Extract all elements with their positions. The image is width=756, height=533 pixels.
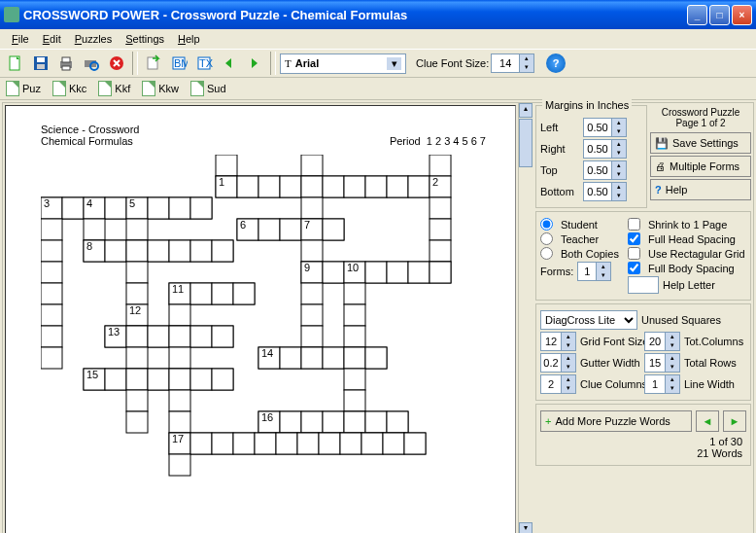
fullbody-checkbox[interactable] [628, 262, 640, 274]
svg-rect-32 [62, 197, 84, 219]
svg-rect-96 [41, 347, 62, 369]
menu-help[interactable]: Help [172, 31, 206, 47]
svg-rect-92 [190, 326, 212, 347]
font-name: Arial [295, 57, 319, 69]
svg-rect-133 [255, 433, 276, 454]
spin-down[interactable]: ▾ [519, 63, 533, 72]
margin-left-spinner[interactable]: ▴▾ [583, 118, 627, 137]
svg-rect-71 [430, 262, 451, 283]
scroll-thumb[interactable] [519, 119, 533, 167]
svg-rect-126 [365, 411, 387, 433]
svg-rect-21 [258, 176, 280, 197]
multiple-forms-button[interactable]: 🖨Multiple Forms [650, 156, 751, 177]
margin-top-spinner[interactable]: ▴▾ [583, 160, 627, 180]
svg-rect-3 [37, 64, 45, 69]
svg-rect-25 [344, 176, 365, 197]
vertical-scrollbar[interactable]: ▴ ▾ [518, 103, 533, 533]
filetype-kkf[interactable]: Kkf [98, 81, 130, 96]
svg-text:15: 15 [86, 369, 98, 380]
help-letter-input[interactable] [628, 276, 659, 294]
save-settings-button[interactable]: 💾Save Settings [650, 132, 751, 154]
student-radio[interactable] [540, 218, 553, 231]
help-button[interactable]: ?Help [650, 179, 751, 200]
export-txt-button[interactable]: TXT [192, 52, 216, 75]
svg-rect-47 [280, 219, 301, 240]
diagcross-select[interactable]: DiagCross Lite [540, 310, 637, 330]
svg-rect-108 [105, 369, 126, 390]
export-button[interactable] [142, 52, 165, 75]
rectgrid-checkbox[interactable] [628, 247, 640, 260]
svg-rect-50 [430, 219, 451, 240]
totrows-spinner[interactable]: ▴▾ [644, 353, 680, 373]
totcols-spinner[interactable]: ▴▾ [644, 332, 680, 351]
puzzle-canvas[interactable]: Science - Crossword Chemical Formulas Pe… [5, 105, 516, 533]
menu-settings[interactable]: Settings [120, 31, 170, 47]
clue-font-size-input[interactable] [492, 57, 519, 69]
print-preview-button[interactable] [80, 52, 103, 75]
svg-rect-111 [169, 369, 190, 390]
linewidth-spinner[interactable]: ▴▾ [644, 374, 680, 394]
svg-rect-104 [344, 347, 365, 369]
font-select[interactable]: T Arial ▾ [280, 53, 406, 74]
svg-rect-94 [301, 326, 323, 347]
help-icon[interactable]: ? [546, 53, 566, 73]
menu-file[interactable]: File [6, 31, 35, 47]
nav-prev-button[interactable] [218, 52, 241, 75]
filetype-kkw[interactable]: Kkw [142, 81, 179, 96]
close-button[interactable]: × [732, 5, 752, 25]
scroll-up-button[interactable]: ▴ [519, 103, 533, 118]
delete-button[interactable] [105, 52, 128, 75]
menu-puzzles[interactable]: Puzzles [69, 31, 119, 47]
svg-rect-113 [212, 369, 233, 390]
spin-up[interactable]: ▴ [519, 54, 533, 63]
next-page-button[interactable]: ► [723, 410, 746, 432]
svg-rect-59 [212, 240, 233, 262]
cluecols-spinner[interactable]: ▴▾ [540, 374, 576, 394]
filetype-kkc[interactable]: Kkc [52, 81, 86, 96]
print-button[interactable] [54, 52, 78, 75]
maximize-button[interactable]: □ [709, 5, 730, 25]
svg-rect-23 [301, 176, 323, 197]
prev-page-button[interactable]: ◄ [696, 410, 719, 432]
word-count: 21 Words [544, 447, 742, 459]
clue-font-size-spinner[interactable]: ▴▾ [491, 53, 534, 73]
shrink-checkbox[interactable] [628, 218, 640, 231]
svg-rect-80 [344, 283, 365, 304]
export-bmp-button[interactable]: BMP [167, 52, 190, 75]
svg-rect-140 [404, 433, 426, 454]
nav-next-button[interactable] [243, 52, 266, 75]
forms-spinner[interactable]: ▴▾ [577, 262, 611, 281]
svg-rect-81 [41, 304, 62, 326]
gutter-spinner[interactable]: ▴▾ [540, 353, 576, 373]
period-numbers: 1 2 3 4 5 6 7 [427, 135, 486, 147]
svg-text:4: 4 [86, 197, 92, 209]
save-button[interactable] [29, 52, 52, 75]
svg-rect-36 [148, 197, 169, 219]
svg-rect-55 [126, 240, 148, 262]
svg-rect-130 [190, 433, 212, 454]
teacher-radio[interactable] [540, 232, 553, 245]
svg-rect-54 [105, 240, 126, 262]
svg-text:8: 8 [86, 240, 92, 252]
svg-rect-102 [301, 347, 323, 369]
filetype-sud[interactable]: Sud [190, 81, 226, 96]
fullhead-checkbox[interactable] [628, 232, 640, 245]
svg-rect-46 [258, 219, 280, 240]
margin-bottom-spinner[interactable]: ▴▾ [583, 182, 627, 201]
svg-rect-73 [126, 283, 148, 304]
scroll-down-button[interactable]: ▾ [519, 522, 533, 533]
svg-rect-61 [430, 240, 451, 262]
svg-text:TXT: TXT [199, 57, 213, 69]
new-button[interactable] [4, 52, 27, 75]
margin-right-spinner[interactable]: ▴▾ [583, 139, 627, 159]
svg-rect-86 [41, 326, 62, 347]
filetype-puz[interactable]: Puz [6, 81, 41, 96]
svg-rect-84 [301, 304, 323, 326]
add-words-button[interactable]: +Add More Puzzle Words [540, 410, 692, 432]
svg-rect-42 [84, 219, 105, 240]
svg-text:BMP: BMP [174, 57, 188, 69]
both-radio[interactable] [540, 247, 553, 260]
menu-edit[interactable]: Edit [37, 31, 67, 47]
grid-font-spinner[interactable]: ▴▾ [540, 332, 576, 351]
minimize-button[interactable]: _ [687, 5, 707, 25]
